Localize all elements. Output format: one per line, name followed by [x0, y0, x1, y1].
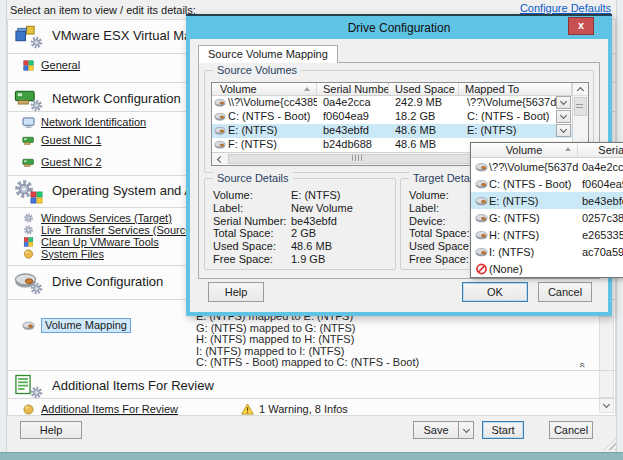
mapped-to-dropdown: Volume Serial Number \??\Volume{5637d0f9…: [470, 142, 623, 278]
sidebar-item-clean-up-vmware-tools[interactable]: Clean Up VMware Tools: [22, 236, 159, 247]
column-header-serial[interactable]: Serial Number: [317, 83, 389, 95]
save-split-button[interactable]: Save: [413, 421, 474, 439]
dialog-help-button[interactable]: Help: [208, 282, 264, 302]
sidebar-item-live-transfer-services[interactable]: Live Transfer Services (Source): [22, 224, 195, 235]
volume-mapping-summary: E: (NTFS) mapped to E: (NTFS) G: (NTFS) …: [196, 311, 419, 369]
sidebar-item-network-identification[interactable]: Network Identification: [22, 116, 146, 128]
dropdown-item-none[interactable]: (None): [471, 260, 623, 277]
disk-icon: [212, 138, 228, 152]
sidebar-item-windows-services[interactable]: Windows Services (Target): [22, 212, 172, 223]
disk-icon: [471, 246, 489, 257]
dropdown-item-selected[interactable]: E: (NTFS)be43ebfd: [471, 192, 623, 209]
disk-icon: [22, 320, 35, 331]
sidebar-item-additional-items-review[interactable]: Additional Items For Review: [22, 403, 178, 415]
mapped-to-combo-button-open[interactable]: [556, 124, 571, 137]
sidebar-item-additional-items-header[interactable]: Additional Items For Review: [14, 373, 214, 397]
field-label: Label:: [213, 202, 291, 215]
ok-button[interactable]: OK: [462, 282, 528, 302]
source-details-label: Source Details: [213, 172, 293, 184]
tab-source-volume-mapping[interactable]: Source Volume Mapping: [198, 45, 338, 63]
collapse-chevron-icon[interactable]: «: [577, 362, 588, 367]
drive-icon: [14, 269, 42, 293]
scroll-left-button[interactable]: [212, 153, 227, 165]
column-header-mapped[interactable]: Mapped To: [459, 83, 572, 95]
ball-icon: [22, 404, 35, 415]
close-icon[interactable]: x: [568, 17, 594, 35]
field-label: Used Space:: [213, 240, 291, 253]
monitor-icon: [22, 117, 35, 128]
cancel-button[interactable]: Cancel: [549, 421, 593, 439]
volume-mapping-selected-label: Volume Mapping: [41, 318, 131, 333]
table-header: Volume Serial Number Used Space Mapped T…: [212, 83, 588, 96]
disk-icon: [212, 96, 228, 110]
window-bottom-border: [0, 452, 623, 460]
sort-asc-icon: [565, 147, 571, 151]
sidebar-item-guest-nic-2[interactable]: Guest NIC 2: [22, 156, 102, 168]
mapped-to-combo-button[interactable]: [556, 110, 571, 123]
sidebar-item-volume-mapping[interactable]: Volume Mapping: [22, 318, 131, 333]
os-gear-icon: [14, 178, 42, 202]
sidebar-item-system-files[interactable]: System Files: [22, 248, 104, 259]
field-value: 2 GB: [291, 227, 391, 240]
field-label: Total Space:: [213, 227, 291, 240]
dropdown-item[interactable]: H: (NTFS)e2653352: [471, 226, 623, 243]
save-dropdown-arrow-icon[interactable]: [459, 422, 473, 438]
vm-server-icon: [14, 23, 42, 47]
dropdown-item[interactable]: C: (NTFS - Boot)f0604ea9: [471, 175, 623, 192]
review-status: 1 Warning, 8 Infos: [241, 403, 348, 415]
ball-icon: [22, 249, 35, 259]
sidebar-item-network-configuration[interactable]: Network Configuration: [14, 86, 181, 110]
network-card-icon: [14, 86, 42, 110]
sidebar-item-general[interactable]: General: [22, 59, 80, 71]
column-header-volume[interactable]: Volume: [212, 83, 317, 95]
disk-icon: [212, 124, 228, 138]
table-row[interactable]: \\?\Volume{cc4385bf-... 0a4e2cca 242.9 M…: [212, 96, 588, 110]
scroll-up-button[interactable]: [573, 83, 588, 96]
configure-defaults-link[interactable]: Configure Defaults: [520, 2, 611, 14]
source-volumes-label: Source Volumes: [213, 64, 301, 76]
gear-icon: [22, 213, 35, 223]
sidebar-item-drive-configuration[interactable]: Drive Configuration: [14, 269, 163, 293]
field-label: Volume:: [213, 189, 291, 202]
window-left-border: [0, 0, 7, 452]
resize-grip[interactable]: [604, 438, 616, 450]
disk-icon: [471, 229, 489, 240]
cubes-icon: [22, 237, 35, 247]
scroll-down-button[interactable]: [600, 397, 613, 412]
dropdown-column-volume[interactable]: Volume: [471, 143, 578, 157]
separator: [8, 370, 615, 371]
help-button[interactable]: Help: [20, 421, 82, 439]
gear-icon: [22, 225, 35, 235]
sidebar-item-guest-nic-1[interactable]: Guest NIC 1: [22, 134, 102, 146]
mapped-to-combo-button[interactable]: [556, 96, 571, 109]
dropdown-column-serial[interactable]: Serial Number: [578, 143, 623, 157]
field-value: E: (NTFS): [291, 189, 391, 202]
warning-text: 1 Warning, 8 Infos: [259, 403, 348, 415]
disk-icon: [212, 110, 228, 124]
dialog-cancel-button[interactable]: Cancel: [538, 282, 592, 302]
save-button[interactable]: Save: [414, 422, 458, 438]
sort-asc-icon: [304, 87, 310, 91]
dropdown-item[interactable]: G: (NTFS)0257c389: [471, 209, 623, 226]
dropdown-item[interactable]: I: (NTFS)ac70a59a: [471, 243, 623, 260]
table-row-selected[interactable]: E: (NTFS) be43ebfd 48.6 MB E: (NTFS): [212, 124, 588, 138]
hscroll-grip: [352, 155, 362, 161]
select-item-label: Select an item to view / edit its detail…: [10, 4, 196, 16]
dropdown-header: Volume Serial Number: [471, 143, 623, 158]
document-icon: [14, 373, 42, 397]
field-label: Free Space:: [213, 253, 291, 266]
disk-icon: [471, 178, 489, 189]
none-icon: [471, 262, 489, 275]
table-row[interactable]: C: (NTFS - Boot) f0604ea9 18.2 GB C: (NT…: [212, 110, 588, 124]
dialog-title: Drive Configuration: [190, 18, 608, 39]
cubes-icon: [22, 60, 35, 71]
separator: [8, 398, 615, 399]
disk-icon: [471, 195, 489, 206]
source-details-group: Source Details Volume:E: (NTFS) Label:Ne…: [204, 178, 396, 270]
field-value: 48.6 MB: [291, 240, 391, 253]
dropdown-item[interactable]: \??\Volume{5637d0f9-0a4e2cca: [471, 158, 623, 175]
disk-icon: [471, 161, 489, 172]
dialog-top-edge: [186, 14, 612, 16]
start-button[interactable]: Start: [482, 421, 524, 439]
column-header-used[interactable]: Used Space: [389, 83, 459, 95]
